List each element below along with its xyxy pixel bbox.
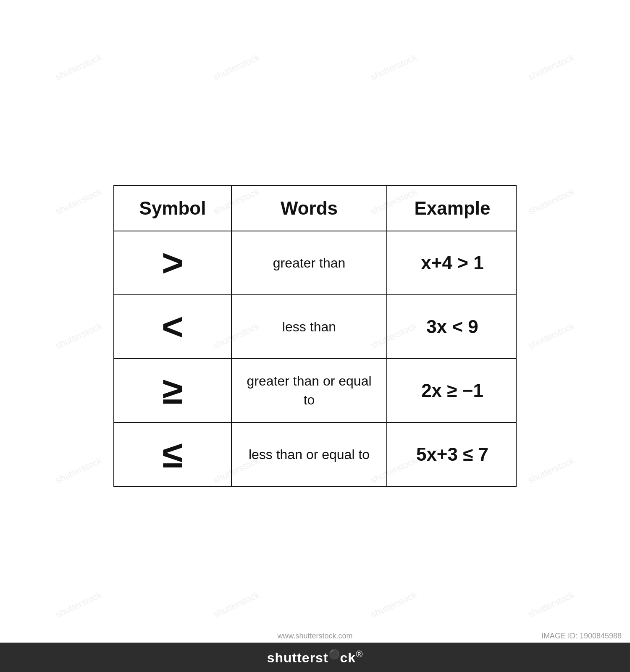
header-example: Example [387,186,517,231]
words-lte: less than or equal to [232,423,387,486]
header-words: Words [232,186,387,231]
example-lte: 5x+3 ≤ 7 [387,423,517,486]
table-row: < less than 3x < 9 [114,295,516,359]
registered-icon: ® [356,649,363,659]
header-symbol: Symbol [114,186,232,231]
shutterstock-logo: shutterst⚫ck® [267,649,363,666]
words-less-than: less than [232,295,387,358]
inequality-table: Symbol Words Example > greater than x+4 … [113,185,517,487]
example-greater-than: x+4 > 1 [387,231,517,294]
shutterstock-url: www.shutterstock.com [277,632,352,640]
symbol-less-than: < [114,295,232,358]
trademark-icon: ⚫ [328,649,340,659]
words-greater-than: greater than [232,231,387,294]
table-row: ≥ greater than or equal to 2x ≥ −1 [114,359,516,423]
watermark-cell: shutterstock [294,0,494,161]
table-header: Symbol Words Example [114,186,516,231]
image-id-label: IMAGE ID: 1900845988 [541,632,622,640]
watermark-cell: shutterstock [452,0,630,161]
watermark-cell: shutterstock [0,0,178,161]
footer-bar: shutterst⚫ck® [0,643,630,672]
symbol-greater-than: > [114,231,232,294]
table-row: ≤ less than or equal to 5x+3 ≤ 7 [114,423,516,486]
example-gte: 2x ≥ −1 [387,359,517,422]
example-less-than: 3x < 9 [387,295,517,358]
watermark-cell: shutterstock [136,0,336,161]
symbol-lte: ≤ [114,423,232,486]
words-gte: greater than or equal to [232,359,387,422]
symbol-gte: ≥ [114,359,232,422]
table-row: > greater than x+4 > 1 [114,231,516,295]
